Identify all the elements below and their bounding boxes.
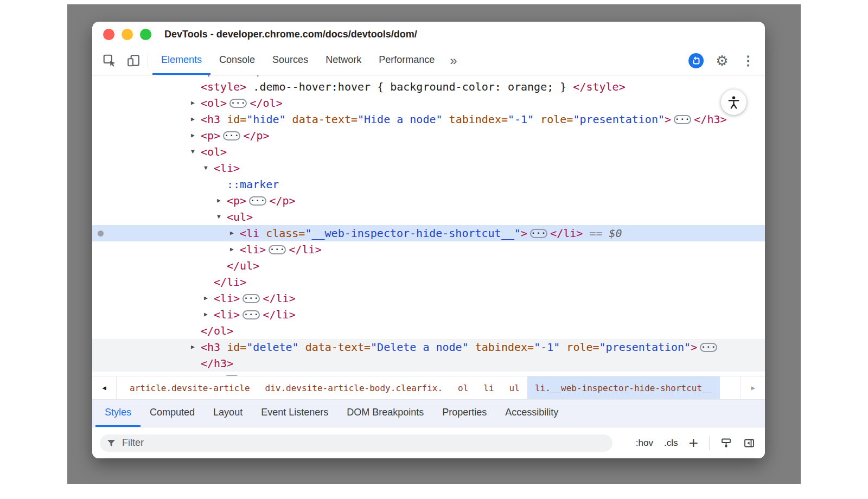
inspect-element-button[interactable]: [98, 47, 122, 75]
sidebar-tab-layout[interactable]: Layout: [204, 400, 252, 427]
code-token-val: "hide": [246, 113, 285, 126]
code-token-val: "presentation": [573, 113, 665, 126]
dom-node[interactable]: ▶<li>···</li>: [92, 290, 765, 306]
toggle-device-toolbar-button[interactable]: [122, 47, 145, 75]
new-style-rule-button[interactable]: +: [688, 438, 698, 449]
code-token-attr: tabindex=: [443, 113, 508, 126]
breadcrumb-item[interactable]: article.devsite-article: [122, 376, 258, 399]
filter-funnel-icon: [106, 438, 116, 448]
dom-node[interactable]: ▶<li>···</li>: [92, 306, 765, 323]
sidebar-tab-computed[interactable]: Computed: [141, 400, 204, 427]
zoom-button[interactable]: [140, 29, 151, 40]
expand-ellipsis-icon[interactable]: ···: [700, 343, 717, 352]
dom-node[interactable]: ▼<li>: [92, 160, 765, 176]
collapse-arrow-icon[interactable]: ▼: [217, 209, 221, 225]
expand-ellipsis-icon[interactable]: ···: [674, 115, 691, 124]
sidebar-tab-properties[interactable]: Properties: [433, 400, 496, 427]
expand-arrow-icon[interactable]: ▶: [230, 225, 234, 241]
dom-node[interactable]: ▶<p>···</p>: [92, 127, 765, 144]
dom-node[interactable]: ▼<ol>: [92, 144, 765, 160]
expand-ellipsis-icon[interactable]: ···: [242, 310, 260, 319]
expand-ellipsis-icon[interactable]: ···: [530, 229, 547, 238]
dom-node-selected[interactable]: ▶<li class="__web-inspector-hide-shortcu…: [92, 225, 765, 241]
code-token-eq: ==: [583, 227, 609, 240]
dom-node[interactable]: </ul>: [92, 258, 765, 274]
expand-arrow-icon[interactable]: ▶: [217, 193, 221, 209]
sync-badge-button[interactable]: [685, 49, 707, 72]
dom-node[interactable]: ::marker: [92, 176, 765, 193]
collapse-arrow-icon[interactable]: ▼: [204, 160, 208, 176]
tab-network[interactable]: Network: [317, 47, 370, 75]
expand-arrow-icon[interactable]: ▶: [204, 290, 208, 306]
code-token-tag: </p>: [243, 75, 269, 77]
breadcrumb-item[interactable]: ol: [450, 376, 476, 399]
toggle-element-state-button[interactable]: :hov: [636, 438, 653, 449]
breadcrumb-scroll-left-button[interactable]: ◀: [92, 376, 117, 399]
breadcrumb-scroll-right-button[interactable]: ▶: [741, 376, 765, 399]
element-classes-button[interactable]: .cls: [664, 438, 678, 449]
expand-arrow-icon[interactable]: ▶: [191, 95, 195, 111]
sidebar-toggle-icon[interactable]: [743, 437, 755, 449]
tab-sources[interactable]: Sources: [264, 47, 317, 75]
dom-node[interactable]: <style> .demo--hover:hover { background-…: [92, 79, 765, 95]
dom-node[interactable]: </h3>: [92, 355, 765, 372]
code-token-attr: class=: [259, 227, 305, 240]
breadcrumb: article.devsite-articlediv.devsite-artic…: [117, 376, 741, 399]
dom-node[interactable]: ▶<h3 id="delete" data-text="Delete a nod…: [92, 339, 765, 355]
code-token-attr: role=: [560, 341, 599, 354]
dom-node[interactable]: </ol>: [92, 323, 765, 339]
tab-elements[interactable]: Elements: [152, 47, 210, 75]
expand-ellipsis-icon[interactable]: ···: [269, 245, 286, 254]
dom-node[interactable]: </li>: [92, 274, 765, 290]
code-token-tag: <p>: [201, 75, 220, 77]
page-background: DevTools - developer.chrome.com/docs/dev…: [67, 4, 801, 484]
styles-filter[interactable]: [100, 434, 612, 452]
breadcrumb-item[interactable]: li.__web-inspector-hide-shortcut__: [527, 376, 720, 399]
minimize-button[interactable]: [122, 29, 133, 40]
expand-ellipsis-icon[interactable]: ···: [249, 196, 266, 206]
settings-button[interactable]: ⚙: [711, 49, 733, 72]
code-token-attr: id=: [220, 113, 246, 126]
inspect-cursor-icon: [103, 54, 117, 68]
dom-node[interactable]: ▶<h3 id="hide" data-text="Hide a node" t…: [92, 111, 765, 127]
breadcrumb-item[interactable]: div.devsite-article-body.clearfix.: [258, 376, 451, 399]
sidebar-tab-accessibility[interactable]: Accessibility: [496, 400, 567, 427]
collapse-arrow-icon[interactable]: ▼: [191, 144, 195, 160]
expand-arrow-icon[interactable]: ▶: [191, 111, 195, 127]
dom-node[interactable]: ▶<li>···</li>: [92, 241, 765, 258]
sidebar-tab-styles[interactable]: Styles: [95, 400, 141, 427]
expand-arrow-icon[interactable]: ▶: [191, 372, 195, 376]
expand-ellipsis-icon[interactable]: ···: [242, 294, 260, 303]
expand-arrow-icon[interactable]: ▶: [191, 127, 195, 144]
code-token-tag: </h3>: [694, 113, 726, 126]
code-token-val: "__web-inspector-hide-shortcut__": [305, 227, 520, 240]
code-token-attr: data-text=: [286, 113, 358, 126]
sidebar-tab-dom-breakpoints[interactable]: DOM Breakpoints: [337, 400, 433, 427]
more-panels-button[interactable]: »: [443, 47, 463, 75]
customize-menu-button[interactable]: ⋮: [737, 49, 760, 72]
window-title: DevTools - developer.chrome.com/docs/dev…: [164, 29, 417, 40]
expand-arrow-icon[interactable]: ▶: [204, 306, 208, 323]
expand-arrow-icon[interactable]: ▶: [191, 339, 195, 355]
breadcrumb-item[interactable]: ul: [502, 376, 527, 399]
close-button[interactable]: [103, 29, 114, 40]
dom-node[interactable]: ▼<ul>: [92, 209, 765, 225]
dom-node[interactable]: ▶<ol>···</ol>: [92, 95, 765, 111]
dom-node[interactable]: ▶<p>···</p>: [92, 193, 765, 209]
expand-ellipsis-icon[interactable]: ···: [223, 131, 240, 140]
tab-performance[interactable]: Performance: [370, 47, 443, 75]
code-token-tag: </p>: [243, 373, 269, 376]
code-token-tag: </li>: [263, 308, 295, 321]
tab-console[interactable]: Console: [210, 47, 264, 75]
dom-node[interactable]: ▶<p>···</p>: [92, 372, 765, 376]
code-token-tag: <li>: [240, 243, 266, 256]
expand-ellipsis-icon[interactable]: ···: [223, 375, 240, 376]
code-token-tag: <li>: [214, 308, 240, 321]
breadcrumb-item[interactable]: li: [476, 376, 501, 399]
expand-ellipsis-icon[interactable]: ···: [229, 99, 247, 108]
paint-roller-icon[interactable]: [720, 437, 732, 449]
expand-arrow-icon[interactable]: ▶: [230, 241, 234, 258]
styles-filter-input[interactable]: [121, 437, 606, 449]
code-token-tag: <li: [240, 227, 259, 240]
sidebar-tab-event-listeners[interactable]: Event Listeners: [252, 400, 337, 427]
